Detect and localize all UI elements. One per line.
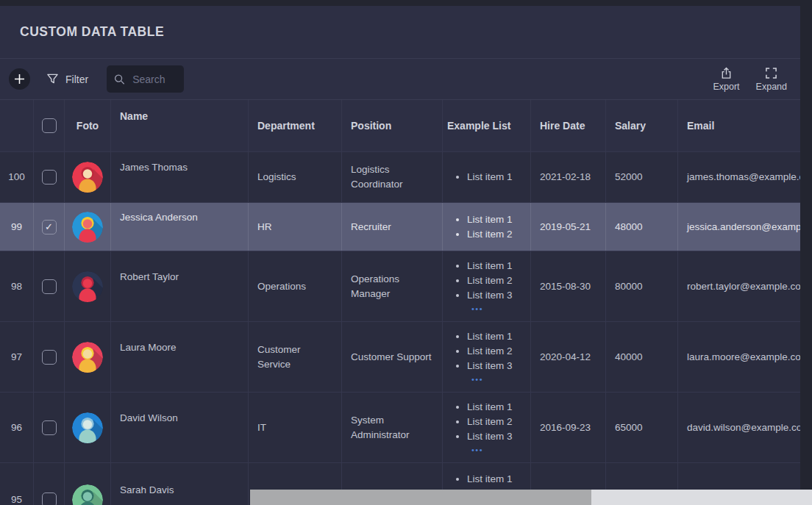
more-items-dots[interactable]: ••• (471, 373, 526, 385)
email-cell: james.thomas@example.com (678, 152, 800, 202)
email-cell-text: laura.moore@example.com (687, 350, 800, 365)
hire-date-cell: 2021-02-18 (531, 152, 606, 202)
horizontal-scrollbar[interactable] (250, 490, 812, 505)
name-cell: Robert Taylor (111, 251, 249, 321)
example-list-cell: List item 1List item 2List item 3••• (443, 251, 531, 321)
row-number-cell: 97 (0, 322, 34, 392)
salary-cell: 65000 (606, 393, 678, 462)
column-header-label: Hire Date (540, 118, 585, 133)
list-item: List item 1 (467, 400, 526, 415)
column-header-example-list[interactable]: Example List (443, 100, 531, 151)
toolbar-right: Export Expand (713, 67, 787, 92)
example-list: List item 1List item 2 (447, 212, 526, 242)
department-cell-text: IT (257, 420, 266, 435)
avatar (72, 271, 103, 302)
position-cell-text: Recruiter (351, 220, 391, 234)
row-number: 97 (11, 350, 22, 365)
more-items-dots[interactable]: ••• (471, 303, 526, 315)
foto-cell (65, 251, 111, 321)
row-checkbox[interactable] (42, 420, 57, 435)
salary-cell-text: 80000 (615, 279, 643, 294)
row-checkbox[interactable] (42, 220, 57, 234)
table-header: FotoNameDepartmentPositionExample ListHi… (0, 100, 800, 152)
column-header-hire-date[interactable]: Hire Date (531, 100, 606, 151)
list-item: List item 2 (467, 415, 526, 429)
avatar (72, 342, 103, 373)
toolbar: Filter Export Expand (0, 59, 800, 100)
example-list-cell: List item 1List item 2 (443, 203, 531, 251)
row-number-cell: 95 (0, 463, 34, 505)
column-header-email[interactable]: Email (678, 100, 800, 151)
email-cell-text: david.wilson@example.com (687, 420, 800, 435)
hire-date-cell-text: 2020-04-12 (540, 350, 591, 365)
row-checkbox[interactable] (42, 170, 57, 185)
header-row: FotoNameDepartmentPositionExample ListHi… (0, 100, 800, 152)
column-header-salary[interactable]: Salary (606, 100, 678, 151)
foto-cell (65, 152, 111, 202)
position-cell-text: Logistics Coordinator (351, 162, 433, 192)
hire-date-cell: 2015-08-30 (531, 251, 606, 321)
foto-cell (65, 203, 111, 251)
row-number: 99 (11, 220, 22, 234)
avatar (72, 212, 103, 243)
avatar (72, 162, 103, 193)
add-row-button[interactable] (9, 68, 30, 90)
avatar (72, 484, 103, 505)
export-button[interactable]: Export (713, 67, 739, 92)
email-cell-text: jessica.anderson@example.com (687, 220, 800, 234)
department-cell: Logistics (249, 152, 342, 202)
app-header: CUSTOM DATA TABLE (0, 6, 800, 59)
salary-cell: 52000 (606, 152, 678, 202)
column-header-name[interactable]: Name (111, 100, 249, 151)
row-checkbox[interactable] (42, 279, 57, 294)
search-icon (114, 74, 125, 85)
table-row: 96David WilsonITSystem AdministratorList… (0, 393, 800, 463)
filter-label: Filter (65, 74, 88, 85)
column-header-label: Position (351, 118, 391, 133)
hire-date-cell-text: 2016-09-23 (540, 420, 591, 435)
email-cell-text: james.thomas@example.com (687, 170, 800, 185)
plus-icon (14, 74, 25, 85)
page-title: CUSTOM DATA TABLE (20, 24, 164, 40)
export-icon (720, 67, 733, 79)
list-item: List item 1 (467, 212, 526, 227)
filter-button[interactable]: Filter (46, 73, 88, 85)
salary-cell: 48000 (606, 203, 678, 251)
filter-icon (46, 73, 59, 85)
hire-date-cell: 2016-09-23 (531, 393, 606, 462)
row-number: 96 (11, 420, 22, 435)
salary-cell: 40000 (606, 322, 678, 392)
table-body: 100James ThomasLogisticsLogistics Coordi… (0, 152, 800, 505)
row-checkbox-cell (34, 393, 65, 462)
list-item: List item 3 (467, 359, 526, 373)
column-header-position[interactable]: Position (342, 100, 443, 151)
department-cell: Operations (249, 251, 342, 321)
example-list: List item 1 (447, 170, 526, 185)
avatar (72, 412, 103, 443)
foto-cell (65, 393, 111, 462)
position-cell-text: Operations Manager (351, 272, 433, 301)
column-header-label: Salary (615, 118, 646, 133)
row-checkbox[interactable] (42, 493, 57, 505)
email-cell: david.wilson@example.com (678, 393, 800, 462)
department-cell: Customer Service (249, 322, 342, 392)
column-header-label: Name (120, 109, 148, 123)
list-item: List item 3 (467, 288, 526, 303)
department-cell-text: Customer Service (257, 343, 332, 372)
list-item: List item 2 (467, 344, 526, 359)
row-number-header (0, 100, 34, 151)
column-header-department[interactable]: Department (249, 100, 342, 151)
more-items-dots[interactable]: ••• (471, 444, 526, 456)
name-cell: Laura Moore (111, 322, 249, 392)
select-all-checkbox[interactable] (42, 118, 57, 133)
search-input[interactable] (132, 74, 177, 85)
column-header-label: Email (687, 118, 714, 133)
position-cell: Logistics Coordinator (342, 152, 443, 202)
example-list: List item 1List item 2List item 3 (447, 329, 526, 373)
scrollbar-thumb[interactable] (250, 490, 591, 505)
row-checkbox[interactable] (42, 350, 57, 365)
salary-cell-text: 48000 (615, 220, 643, 234)
column-header-foto[interactable]: Foto (65, 100, 111, 151)
expand-button[interactable]: Expand (756, 67, 787, 92)
list-item: List item 2 (467, 273, 526, 288)
